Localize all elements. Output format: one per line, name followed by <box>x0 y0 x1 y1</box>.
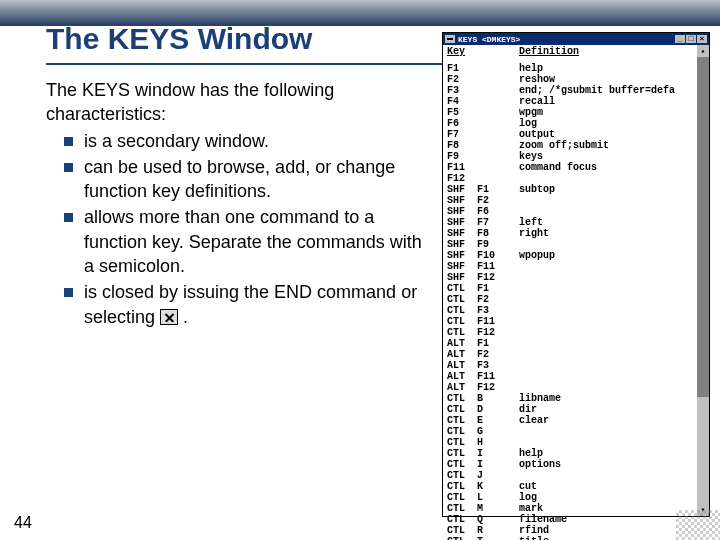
key-definition: help <box>519 63 543 74</box>
close-button[interactable]: × <box>697 35 707 43</box>
keys-row: CTLF1 <box>447 283 709 294</box>
keys-row: SHFF11 <box>447 261 709 272</box>
keys-row: ALTF1 <box>447 338 709 349</box>
page-number: 44 <box>14 514 32 532</box>
minimize-button[interactable]: _ <box>675 35 685 43</box>
key-code: F1 <box>477 338 519 349</box>
key-modifier: SHF <box>447 217 477 228</box>
keys-window-titlebar[interactable]: KEYS <DMKEYS> _ □ × <box>443 33 709 45</box>
key-modifier: F3 <box>447 85 477 96</box>
key-modifier: CTL <box>447 525 477 536</box>
key-code: F7 <box>477 217 519 228</box>
key-definition: rfind <box>519 525 549 536</box>
scrollbar[interactable]: ▴ ▾ <box>697 45 709 516</box>
keys-row: F11command focus <box>447 162 709 173</box>
key-definition: title <box>519 536 549 540</box>
key-modifier: CTL <box>447 514 477 525</box>
key-code: F12 <box>477 382 519 393</box>
key-modifier: F9 <box>447 151 477 162</box>
keys-body: F1helpF2reshowF3end; /*gsubmit buffer=de… <box>443 59 709 540</box>
key-modifier: CTL <box>447 536 477 540</box>
keys-column-headers: Key Definition <box>443 45 709 59</box>
key-modifier: SHF <box>447 228 477 239</box>
keys-row: F3end; /*gsubmit buffer=defa <box>447 85 709 96</box>
slide-title: The KEYS Window <box>46 22 312 56</box>
scroll-up-icon[interactable]: ▴ <box>697 45 709 57</box>
key-definition: command focus <box>519 162 597 173</box>
keys-row: ALTF12 <box>447 382 709 393</box>
key-definition: cut <box>519 481 537 492</box>
key-modifier: F1 <box>447 63 477 74</box>
keys-row: CTLF3 <box>447 305 709 316</box>
key-code: E <box>477 415 519 426</box>
keys-row: SHFF6 <box>447 206 709 217</box>
key-code: F3 <box>477 360 519 371</box>
key-code: F2 <box>477 195 519 206</box>
keys-row: SHFF9 <box>447 239 709 250</box>
key-code: F9 <box>477 239 519 250</box>
key-definition: keys <box>519 151 543 162</box>
maximize-button[interactable]: □ <box>686 35 696 43</box>
key-code: K <box>477 481 519 492</box>
keys-row: SHFF10wpopup <box>447 250 709 261</box>
key-modifier: CTL <box>447 305 477 316</box>
key-modifier: F8 <box>447 140 477 151</box>
keys-row: SHFF2 <box>447 195 709 206</box>
keys-row: CTLTtitle <box>447 536 709 540</box>
keys-row: CTLJ <box>447 470 709 481</box>
key-code: M <box>477 503 519 514</box>
keys-row: SHFF7left <box>447 217 709 228</box>
key-definition: wpopup <box>519 250 555 261</box>
key-definition: left <box>519 217 543 228</box>
key-code: B <box>477 393 519 404</box>
key-modifier: F5 <box>447 107 477 118</box>
system-menu-icon[interactable] <box>445 35 455 43</box>
key-modifier: SHF <box>447 184 477 195</box>
key-modifier: CTL <box>447 393 477 404</box>
key-code: H <box>477 437 519 448</box>
key-definition: log <box>519 118 537 129</box>
key-modifier: CTL <box>447 459 477 470</box>
key-definition: recall <box>519 96 555 107</box>
key-modifier: ALT <box>447 360 477 371</box>
bullet-item: is a secondary window. <box>64 129 426 153</box>
keys-row: F7output <box>447 129 709 140</box>
key-modifier: F2 <box>447 74 477 85</box>
key-code <box>477 96 519 107</box>
bullet-list: is a secondary window. can be used to br… <box>64 129 426 329</box>
key-modifier: SHF <box>447 272 477 283</box>
key-code: F2 <box>477 294 519 305</box>
keys-row: F9keys <box>447 151 709 162</box>
key-modifier: SHF <box>447 261 477 272</box>
key-code: F1 <box>477 283 519 294</box>
intro-text: The KEYS window has the following charac… <box>46 78 426 127</box>
key-code: R <box>477 525 519 536</box>
key-code: L <box>477 492 519 503</box>
key-code: F8 <box>477 228 519 239</box>
keys-row: ALTF2 <box>447 349 709 360</box>
key-modifier: CTL <box>447 316 477 327</box>
key-code <box>477 118 519 129</box>
key-modifier: CTL <box>447 470 477 481</box>
keys-row: CTLIoptions <box>447 459 709 470</box>
key-code: F1 <box>477 184 519 195</box>
keys-row: CTLIhelp <box>447 448 709 459</box>
key-code <box>477 129 519 140</box>
key-modifier: F7 <box>447 129 477 140</box>
key-code: F12 <box>477 272 519 283</box>
key-modifier: CTL <box>447 437 477 448</box>
key-definition: zoom off;submit <box>519 140 609 151</box>
key-code: D <box>477 404 519 415</box>
key-definition: end; /*gsubmit buffer=defa <box>519 85 675 96</box>
keys-row: CTLH <box>447 437 709 448</box>
scroll-thumb[interactable] <box>697 57 709 397</box>
key-code: F11 <box>477 261 519 272</box>
key-modifier: SHF <box>447 239 477 250</box>
keys-window: KEYS <DMKEYS> _ □ × Key Definition F1hel… <box>442 32 710 517</box>
close-icon <box>160 309 178 325</box>
keys-row: CTLF2 <box>447 294 709 305</box>
key-code <box>477 74 519 85</box>
key-code: Q <box>477 514 519 525</box>
keys-window-title: KEYS <DMKEYS> <box>458 34 674 45</box>
key-code <box>477 63 519 74</box>
